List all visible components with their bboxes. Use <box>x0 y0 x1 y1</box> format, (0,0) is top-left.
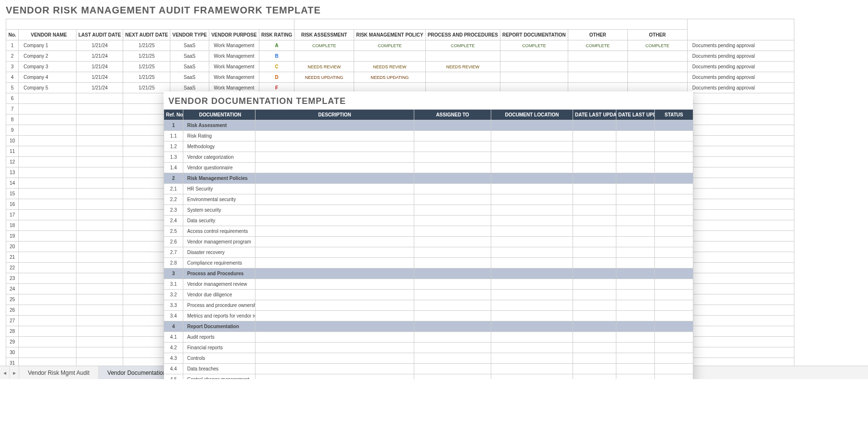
cell-empty[interactable] <box>19 263 77 273</box>
cell-empty[interactable] <box>77 189 123 199</box>
cell-last-audit[interactable]: 1/21/24 <box>77 40 123 51</box>
cell-description[interactable] <box>255 343 414 353</box>
cell-updated2[interactable] <box>616 173 655 184</box>
cell-vendor-type[interactable]: SaaS <box>170 62 209 72</box>
cell-no[interactable]: 4 <box>6 72 19 83</box>
cell-vendor-type[interactable]: SaaS <box>170 40 209 51</box>
cell-empty[interactable] <box>77 326 123 337</box>
cell-assigned[interactable] <box>414 163 491 173</box>
cell-note[interactable]: Documents pending approval <box>687 83 794 93</box>
cell-description[interactable] <box>255 194 414 205</box>
cell-ref[interactable]: 4.3 <box>164 353 183 364</box>
cell-no[interactable]: 5 <box>6 83 19 93</box>
cell-no[interactable]: 1 <box>6 40 19 51</box>
cell-empty[interactable] <box>19 284 77 294</box>
cell-updated1[interactable] <box>573 364 616 374</box>
cell-ref[interactable]: 2.4 <box>164 216 183 226</box>
cell-location[interactable] <box>491 258 573 268</box>
cell-assigned[interactable] <box>414 268 491 279</box>
cell-vendor-name[interactable]: Company 2 <box>19 51 77 62</box>
cell-assigned[interactable] <box>414 311 491 321</box>
cell-empty[interactable] <box>19 347 77 358</box>
cell-status[interactable] <box>655 279 693 290</box>
cell-vendor-name[interactable]: Company 4 <box>19 72 77 83</box>
cell-empty[interactable] <box>77 273 123 284</box>
cell-status[interactable] <box>655 194 693 205</box>
cell-vendor-type[interactable]: SaaS <box>170 72 209 83</box>
cell-empty[interactable] <box>77 146 123 157</box>
cell-status[interactable] <box>655 205 693 216</box>
cell-empty[interactable] <box>687 178 794 189</box>
cell-risk-rating[interactable]: A <box>259 40 294 51</box>
cell-status[interactable] <box>655 141 693 152</box>
cell-assigned[interactable] <box>414 173 491 184</box>
cell-empty[interactable] <box>687 104 794 115</box>
cell-doc-status[interactable] <box>627 72 687 83</box>
cell-location[interactable] <box>491 332 573 343</box>
cell-ref[interactable]: 2.8 <box>164 258 183 268</box>
cell-empty[interactable] <box>687 284 794 294</box>
cell-empty[interactable] <box>19 157 77 167</box>
cell-empty[interactable] <box>77 157 123 167</box>
cell-description[interactable] <box>255 184 414 194</box>
cell-documentation[interactable]: Risk Assessment <box>183 120 255 131</box>
cell-no[interactable]: 28 <box>6 326 19 337</box>
cell-empty[interactable] <box>687 167 794 178</box>
cell-empty[interactable] <box>19 125 77 136</box>
table-row[interactable]: 1Company 11/21/241/21/25SaaSWork Managem… <box>6 40 794 51</box>
cell-empty[interactable] <box>687 115 794 125</box>
cell-empty[interactable] <box>19 316 77 326</box>
cell-doc-status[interactable] <box>568 62 627 72</box>
cell-status[interactable] <box>655 184 693 194</box>
cell-ref[interactable]: 2 <box>164 173 183 184</box>
cell-doc-status[interactable] <box>425 72 500 83</box>
doc-row[interactable]: 2.7Disaster recovery <box>164 247 693 258</box>
cell-assigned[interactable] <box>414 205 491 216</box>
cell-no[interactable]: 3 <box>6 62 19 72</box>
cell-ref[interactable]: 3.1 <box>164 279 183 290</box>
cell-description[interactable] <box>255 353 414 364</box>
cell-no[interactable]: 7 <box>6 104 19 115</box>
cell-documentation[interactable]: Disaster recovery <box>183 247 255 258</box>
cell-updated1[interactable] <box>573 374 616 380</box>
cell-documentation[interactable]: Access control requirements <box>183 226 255 237</box>
cell-updated1[interactable] <box>573 173 616 184</box>
cell-doc-status[interactable]: COMPLETE <box>294 40 354 51</box>
cell-description[interactable] <box>255 237 414 247</box>
cell-empty[interactable] <box>77 167 123 178</box>
doc-row[interactable]: 2.2Environmental security <box>164 194 693 205</box>
doc-row[interactable]: 2.6Vendor management program <box>164 237 693 247</box>
cell-empty[interactable] <box>77 252 123 263</box>
cell-updated1[interactable] <box>573 300 616 311</box>
cell-empty[interactable] <box>19 189 77 199</box>
cell-documentation[interactable]: Report Documentation <box>183 321 255 332</box>
cell-documentation[interactable]: Process and procedure ownership <box>183 300 255 311</box>
cell-assigned[interactable] <box>414 321 491 332</box>
cell-location[interactable] <box>491 247 573 258</box>
cell-no[interactable]: 16 <box>6 199 19 210</box>
cell-doc-status[interactable]: NEEDS REVIEW <box>425 62 500 72</box>
doc-row[interactable]: 3.4Metrics and reports for vendor review <box>164 311 693 321</box>
cell-assigned[interactable] <box>414 279 491 290</box>
cell-description[interactable] <box>255 173 414 184</box>
cell-status[interactable] <box>655 268 693 279</box>
cell-location[interactable] <box>491 364 573 374</box>
doc-row[interactable]: 1.2Methodology <box>164 141 693 152</box>
cell-status[interactable] <box>655 163 693 173</box>
cell-status[interactable] <box>655 237 693 247</box>
cell-assigned[interactable] <box>414 247 491 258</box>
doc-row[interactable]: 4Report Documentation <box>164 321 693 332</box>
cell-updated1[interactable] <box>573 321 616 332</box>
cell-location[interactable] <box>491 226 573 237</box>
cell-empty[interactable] <box>687 146 794 157</box>
cell-updated1[interactable] <box>573 343 616 353</box>
cell-documentation[interactable]: Control change management <box>183 374 255 380</box>
cell-next-audit[interactable]: 1/21/25 <box>123 51 170 62</box>
cell-ref[interactable]: 1 <box>164 120 183 131</box>
cell-note[interactable]: Documents pending approval <box>687 40 794 51</box>
cell-location[interactable] <box>491 141 573 152</box>
cell-updated2[interactable] <box>616 374 655 380</box>
cell-description[interactable] <box>255 332 414 343</box>
cell-empty[interactable] <box>77 93 123 104</box>
cell-vendor-purpose[interactable]: Work Management <box>209 62 259 72</box>
